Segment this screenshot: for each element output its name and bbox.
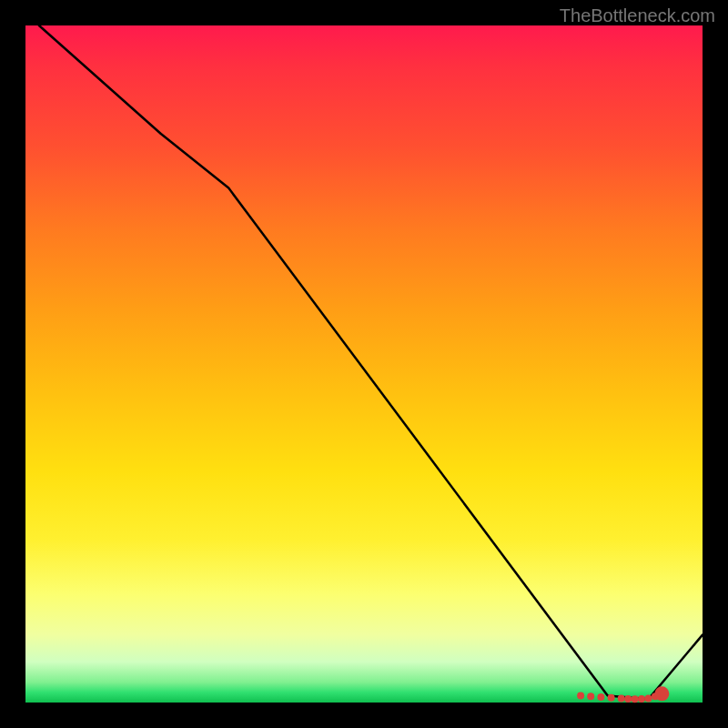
plot-area <box>25 25 703 703</box>
marker-dot <box>654 686 669 701</box>
marker-dot <box>597 693 604 701</box>
marker-dot <box>587 693 594 700</box>
marker-dot <box>632 695 639 703</box>
marker-dot <box>624 695 632 703</box>
watermark-text: TheBottleneck.com <box>560 5 715 26</box>
marker-dot <box>618 695 625 703</box>
marker-dot <box>577 693 584 700</box>
marker-dot <box>608 694 615 702</box>
chart-container: TheBottleneck.com <box>0 0 728 728</box>
data-line <box>39 25 703 699</box>
marker-group <box>577 686 669 703</box>
marker-dot <box>638 695 645 703</box>
line-chart-svg <box>25 25 703 703</box>
marker-dot <box>645 695 652 703</box>
